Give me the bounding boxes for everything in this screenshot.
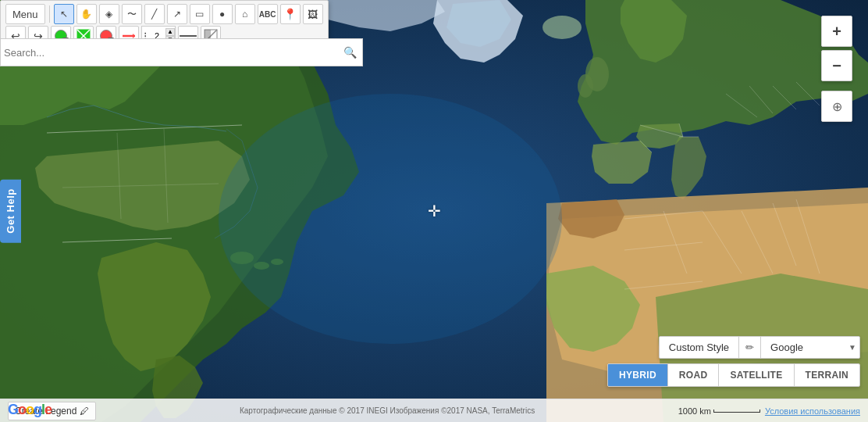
marker-tool-button[interactable]: 📍 <box>280 4 301 24</box>
spin-up[interactable]: ▲ <box>165 28 175 36</box>
circle-tool-button[interactable]: ● <box>212 4 233 24</box>
shape-select-tool-button[interactable]: ◈ <box>99 4 119 24</box>
search-button[interactable]: 🔍 <box>340 43 359 62</box>
zoom-out-button[interactable]: − <box>821 50 852 81</box>
zoom-in-button[interactable]: + <box>821 16 852 47</box>
bottom-right: 1000 km Условия использования <box>678 406 860 416</box>
divider-1 <box>49 5 50 23</box>
map-controls: Custom Style ✏ Google OpenStreetMap Bing… <box>607 336 860 387</box>
bottom-bar: Create Legend 🖊 Картографические данные … <box>0 399 868 422</box>
map-type-buttons: HYBRID ROAD SATELLITE TERRAIN <box>607 363 860 387</box>
get-help-button[interactable]: Get Help <box>0 179 21 242</box>
road-btn[interactable]: ROAD <box>668 364 720 386</box>
satellite-btn[interactable]: SATELLITE <box>719 364 794 386</box>
custom-style-bar: Custom Style ✏ Google OpenStreetMap Bing… <box>659 336 860 359</box>
select-tool-button[interactable]: ↖ <box>54 4 74 24</box>
image-tool-button[interactable]: 🖼 <box>303 4 323 24</box>
free-draw-tool-button[interactable]: 〜 <box>122 4 142 24</box>
map-provider-select[interactable]: Google OpenStreetMap Bing <box>764 337 848 358</box>
terrain-btn[interactable]: TERRAIN <box>795 364 859 386</box>
text-tool-button[interactable]: ABC <box>258 4 278 24</box>
arrow-tool-button[interactable]: ↗ <box>167 4 187 24</box>
hybrid-btn[interactable]: HYBRID <box>608 364 668 386</box>
polygon-tool-button[interactable]: ⌂ <box>235 4 255 24</box>
search-bar[interactable]: 🔍 <box>0 38 363 66</box>
svg-point-7 <box>578 74 593 98</box>
custom-style-label: Custom Style <box>660 337 739 358</box>
menu-button[interactable]: Menu <box>5 4 45 24</box>
map-container[interactable]: ✛ Menu ↖ ✋ ◈ 〜 ╱ ↗ ▭ ● ⌂ ABC 📍 🖼 ↩ ↪ <box>0 0 868 422</box>
svg-point-29 <box>219 94 562 344</box>
rectangle-tool-button[interactable]: ▭ <box>190 4 210 24</box>
line-tool-button[interactable]: ╱ <box>144 4 165 24</box>
scale-bar: 1000 km <box>678 406 760 416</box>
svg-point-5 <box>542 16 582 39</box>
zoom-controls: + − ⊕ <box>821 16 852 122</box>
create-legend-icon: 🖊 <box>80 406 89 417</box>
pan-tool-button[interactable]: ✋ <box>76 4 97 24</box>
toolbar-row1: Menu ↖ ✋ ◈ 〜 ╱ ↗ ▭ ● ⌂ ABC 📍 🖼 <box>5 4 323 24</box>
terms-label[interactable]: Условия использования <box>765 406 860 416</box>
scale-label: 1000 km <box>678 406 711 416</box>
search-input[interactable] <box>4 47 340 59</box>
google-logo: Google <box>8 402 52 418</box>
scale-line <box>713 409 760 413</box>
custom-style-edit-button[interactable]: ✏ <box>739 337 761 358</box>
copyright-text: Картографические данные © 2017 INEGI Изо… <box>240 406 535 415</box>
map-provider-wrapper[interactable]: Google OpenStreetMap Bing ▼ <box>761 337 859 358</box>
bottom-center: Картографические данные © 2017 INEGI Изо… <box>96 406 678 415</box>
compass-button[interactable]: ⊕ <box>821 91 852 122</box>
